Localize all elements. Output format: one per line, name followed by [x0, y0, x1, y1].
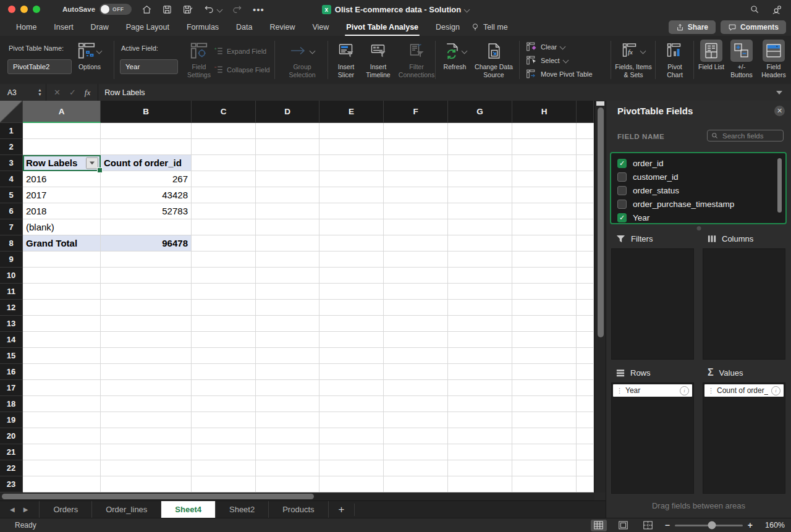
tab-home[interactable]: Home [7, 19, 45, 36]
cell-partial-13[interactable] [577, 316, 594, 332]
cell-B5[interactable]: 43428 [101, 187, 192, 203]
cell-A15[interactable] [23, 348, 101, 364]
cell-B18[interactable] [101, 396, 192, 412]
insert-timeline-button[interactable]: Insert Timeline [362, 40, 394, 78]
cell-E19[interactable] [319, 412, 384, 428]
info-icon[interactable]: i [680, 386, 689, 395]
cell-G20[interactable] [448, 428, 512, 444]
sheet-tab-sheet2[interactable]: Sheet2 [216, 501, 269, 518]
cell-E8[interactable] [319, 235, 384, 251]
column-header-B[interactable]: B [101, 101, 192, 123]
vertical-scrollbar-thumb[interactable] [598, 108, 604, 337]
pivot-table-name-input[interactable] [7, 59, 72, 74]
column-header-C[interactable]: C [192, 101, 256, 123]
cell-C2[interactable] [192, 139, 256, 155]
cell-F7[interactable] [384, 219, 448, 235]
cell-A6[interactable]: 2018 [23, 203, 101, 219]
cell-E18[interactable] [319, 396, 384, 412]
cell-G21[interactable] [448, 444, 512, 460]
cell-A14[interactable] [23, 332, 101, 348]
undo-dropdown-icon[interactable] [218, 7, 222, 12]
name-box[interactable]: A3 ▲▼ [0, 88, 46, 97]
cell-F8[interactable] [384, 235, 448, 251]
cell-C16[interactable] [192, 364, 256, 380]
cell-H7[interactable] [512, 219, 577, 235]
cell-E7[interactable] [319, 219, 384, 235]
row-header-15[interactable]: 15 [0, 348, 23, 364]
zoom-slider[interactable] [675, 525, 743, 526]
cell-E1[interactable] [319, 123, 384, 139]
active-field-input[interactable] [120, 59, 178, 74]
name-box-stepper[interactable]: ▲▼ [38, 88, 42, 96]
formula-input[interactable]: Row Labels [98, 88, 776, 97]
cell-F15[interactable] [384, 348, 448, 364]
add-sheet-button[interactable]: + [329, 504, 355, 516]
cell-C14[interactable] [192, 332, 256, 348]
cell-E2[interactable] [319, 139, 384, 155]
cell-D10[interactable] [256, 268, 319, 284]
cell-A20[interactable] [23, 428, 101, 444]
cell-G3[interactable] [448, 155, 512, 171]
cell-partial-16[interactable] [577, 364, 594, 380]
cell-D23[interactable] [256, 476, 319, 492]
row-header-11[interactable]: 11 [0, 284, 23, 300]
cell-F12[interactable] [384, 300, 448, 316]
cell-F1[interactable] [384, 123, 448, 139]
cell-F9[interactable] [384, 251, 448, 268]
cell-E15[interactable] [319, 348, 384, 364]
cell-H15[interactable] [512, 348, 577, 364]
cell-E21[interactable] [319, 444, 384, 460]
cell-partial-2[interactable] [577, 139, 594, 155]
cell-D13[interactable] [256, 316, 319, 332]
zoom-percent[interactable]: 160% [761, 521, 785, 530]
cell-E17[interactable] [319, 380, 384, 396]
cell-partial-4[interactable] [577, 171, 594, 187]
cell-partial-9[interactable] [577, 251, 594, 268]
cell-B21[interactable] [101, 444, 192, 460]
cell-C17[interactable] [192, 380, 256, 396]
cell-G9[interactable] [448, 251, 512, 268]
column-header-A[interactable]: A [23, 101, 101, 123]
comments-button[interactable]: Comments [721, 20, 786, 34]
cell-G7[interactable] [448, 219, 512, 235]
cell-G22[interactable] [448, 460, 512, 476]
cell-G4[interactable] [448, 171, 512, 187]
pivot-chart-button[interactable]: Pivot Chart [660, 40, 690, 78]
cell-A17[interactable] [23, 380, 101, 396]
column-header-H[interactable]: H [512, 101, 577, 123]
field-item-customer_id[interactable]: customer_id [617, 170, 779, 184]
page-layout-view-icon[interactable] [615, 520, 632, 531]
cell-H21[interactable] [512, 444, 577, 460]
row-header-13[interactable]: 13 [0, 316, 23, 332]
cell-B22[interactable] [101, 460, 192, 476]
cell-partial-15[interactable] [577, 348, 594, 364]
cell-D21[interactable] [256, 444, 319, 460]
search-fields-box[interactable] [707, 130, 784, 141]
move-pivot-table-button[interactable]: Move Pivot Table [527, 69, 593, 78]
cell-H2[interactable] [512, 139, 577, 155]
cell-G6[interactable] [448, 203, 512, 219]
cell-D8[interactable] [256, 235, 319, 251]
cell-H13[interactable] [512, 316, 577, 332]
cell-D11[interactable] [256, 284, 319, 300]
cell-partial-17[interactable] [577, 380, 594, 396]
sheet-tab-order_lines[interactable]: Order_lines [92, 501, 161, 518]
cell-A12[interactable] [23, 300, 101, 316]
cell-G14[interactable] [448, 332, 512, 348]
cell-H9[interactable] [512, 251, 577, 268]
cell-B11[interactable] [101, 284, 192, 300]
cell-A11[interactable] [23, 284, 101, 300]
cell-A4[interactable]: 2016 [23, 171, 101, 187]
cell-C19[interactable] [192, 412, 256, 428]
cell-B14[interactable] [101, 332, 192, 348]
cell-D5[interactable] [256, 187, 319, 203]
cell-D4[interactable] [256, 171, 319, 187]
column-header-G[interactable]: G [448, 101, 512, 123]
cell-C20[interactable] [192, 428, 256, 444]
cell-H4[interactable] [512, 171, 577, 187]
cell-A21[interactable] [23, 444, 101, 460]
cell-F18[interactable] [384, 396, 448, 412]
cell-H22[interactable] [512, 460, 577, 476]
cell-H18[interactable] [512, 396, 577, 412]
tab-insert[interactable]: Insert [45, 19, 82, 36]
